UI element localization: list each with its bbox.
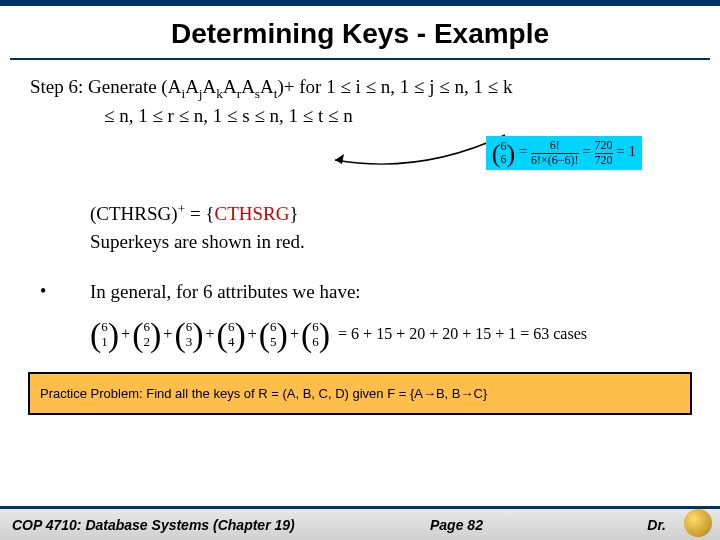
- arrow-svg: [330, 130, 510, 172]
- binomial-formula-box: (66) = 6!6!×(6−6)! = 720720 = 1: [486, 136, 642, 169]
- bullet-text: In general, for 6 attributes we have:: [90, 279, 361, 305]
- closure-line: (CTHRSG)+ = {CTHSRG}: [90, 200, 690, 227]
- top-accent-bar: [0, 0, 720, 6]
- step-6-text: Step 6: Generate (AiAjAkArAsAt)+ for 1 ≤…: [30, 74, 690, 128]
- content-area: Step 6: Generate (AiAjAkArAsAt)+ for 1 ≤…: [0, 74, 720, 350]
- formula-area: (66) = 6!6!×(6−6)! = 720720 = 1: [30, 134, 690, 192]
- ucf-logo-icon: [684, 509, 712, 537]
- footer-course: COP 4710: Database Systems (Chapter 19): [12, 517, 295, 533]
- footer-bar: COP 4710: Database Systems (Chapter 19) …: [0, 506, 720, 540]
- step-label: Step 6: Generate (A: [30, 76, 181, 97]
- title-divider: [10, 58, 710, 60]
- superkey-note: Superkeys are shown in red.: [90, 229, 690, 255]
- step-line2: ≤ n, 1 ≤ r ≤ n, 1 ≤ s ≤ n, 1 ≤ t ≤ n: [104, 103, 690, 129]
- sum-tail: = 6 + 15 + 20 + 20 + 15 + 1 = 63 cases: [338, 323, 587, 345]
- practice-problem-box: Practice Problem: Find all the keys of R…: [28, 372, 692, 415]
- footer-page: Page 82: [430, 517, 483, 533]
- sum-formula: (61) + (62) + (63) + (64) + (65) + (66) …: [90, 319, 690, 350]
- bullet-general: • In general, for 6 attributes we have:: [30, 279, 690, 305]
- closure-result: CTHSRG: [214, 204, 289, 225]
- page-title: Determining Keys - Example: [0, 18, 720, 50]
- footer-author: Dr.: [647, 517, 666, 533]
- bullet-dot: •: [30, 279, 90, 303]
